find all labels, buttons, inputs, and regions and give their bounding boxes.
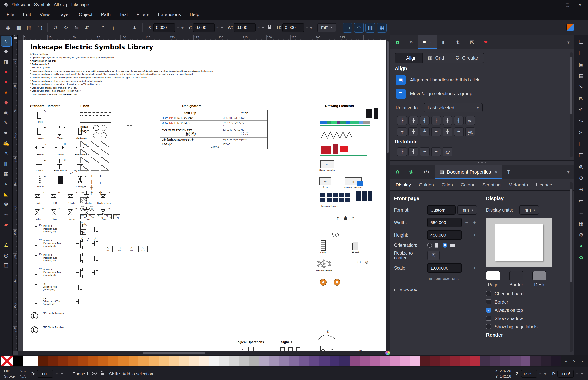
height-plus-button[interactable]: + [471, 232, 477, 238]
symbol-cell[interactable]: R₁Resistor [30, 142, 51, 155]
palette-swatch[interactable] [249, 357, 259, 365]
selection-box-icon[interactable]: ▢ [35, 22, 45, 32]
palette-swatch[interactable] [380, 357, 390, 365]
palette-swatch[interactable] [209, 357, 219, 365]
docprops-tab-colour[interactable]: Colour [457, 179, 478, 190]
menu-text[interactable]: Text [115, 12, 132, 17]
tab-text-font[interactable]: T [503, 165, 515, 179]
palette-swatch[interactable] [530, 357, 541, 365]
paste-icon[interactable]: ❑ [576, 151, 586, 160]
palette-swatch[interactable] [68, 357, 78, 365]
display-units-dropdown[interactable]: mm▾ [519, 205, 539, 215]
dropper-tool[interactable]: ◗ [1, 179, 11, 189]
palette-swatch[interactable] [490, 357, 500, 365]
distribute-button[interactable]: ay [443, 147, 452, 156]
calligraphy-tool[interactable]: ✍ [1, 138, 11, 148]
palette-swatch[interactable] [239, 357, 249, 365]
symbol-cell[interactable]: R₁Varistor [51, 126, 71, 139]
palette-swatch[interactable] [138, 357, 149, 365]
layers-icon[interactable]: ≣ [576, 207, 586, 217]
opacity-input[interactable]: 100 [37, 370, 53, 378]
rotation-minus-button[interactable]: − [575, 371, 579, 376]
align-button[interactable]: ┯ [431, 127, 441, 136]
palette-swatch[interactable] [440, 357, 450, 365]
palette-swatch[interactable] [500, 357, 510, 365]
palette-swatch[interactable] [390, 357, 400, 365]
opacity-minus-button[interactable]: − [55, 371, 59, 376]
palette-swatch[interactable] [98, 357, 108, 365]
ruler-corner-button[interactable] [386, 35, 390, 40]
swatches-icon[interactable]: ▦ [576, 219, 586, 228]
tab-trace-bitmap[interactable]: ✎ [405, 35, 418, 49]
shape-builder-tool[interactable]: ◨ [1, 57, 11, 67]
symbol-cell[interactable]: R₁Resistor [30, 126, 51, 139]
checkbox-border[interactable] [486, 299, 491, 304]
align-tab-grid[interactable]: ▦Grid [422, 53, 450, 63]
palette-swatch[interactable] [169, 357, 179, 365]
width-plus-button[interactable]: + [471, 220, 477, 225]
rectangle-tool[interactable]: ■ [1, 67, 11, 77]
page-color-button[interactable] [486, 271, 500, 281]
palette-swatch[interactable] [430, 357, 440, 365]
height-minus-button[interactable]: − [464, 232, 470, 238]
tab-fill-stroke[interactable]: ◧ [437, 35, 451, 49]
docprops-tab-grids[interactable]: Grids [438, 179, 457, 190]
menu-object[interactable]: Object [75, 12, 97, 17]
tab-layers-dialog[interactable]: ✿ [391, 165, 404, 179]
palette-swatch[interactable] [23, 357, 38, 365]
align-button[interactable]: ┻ [420, 127, 430, 136]
lower-icon[interactable]: ↓ [119, 22, 129, 32]
palette-swatch[interactable] [129, 357, 138, 365]
tab-xml-editor[interactable]: </> [418, 165, 434, 179]
symbol-cell[interactable] [75, 296, 83, 306]
desk-color-button[interactable] [532, 271, 547, 281]
connector-tool[interactable]: ⌐ [1, 230, 11, 240]
palette-swatch[interactable] [480, 357, 490, 365]
zoom-plus-button[interactable]: + [544, 371, 548, 376]
palette-swatch[interactable] [420, 357, 430, 365]
pages-tool[interactable]: ❏ [1, 261, 11, 270]
symbol-cell[interactable]: D₁Z-Diode [63, 191, 79, 204]
select-all-icon[interactable]: ▦ [3, 22, 13, 32]
dock-menu-chevron-icon[interactable]: ▾ [564, 165, 573, 179]
align-button[interactable]: ┫ [420, 116, 430, 125]
import-icon[interactable]: ⇲ [576, 82, 586, 92]
symbol-cell[interactable] [76, 253, 100, 263]
align-button[interactable]: ╈ [409, 127, 418, 136]
align-toggle-button[interactable]: ▣ [395, 75, 406, 85]
palette-swatch[interactable] [310, 357, 319, 365]
transform-gradient-icon[interactable]: ▥ [366, 22, 375, 32]
redo-icon[interactable]: ↷ [576, 116, 586, 126]
palette-swatch[interactable] [350, 357, 360, 365]
checkbox-show-big-page-labels[interactable] [486, 324, 491, 329]
tab-export[interactable]: ⇱ [465, 35, 479, 49]
palette-swatch[interactable] [460, 357, 470, 365]
resize-to-content-button[interactable]: ⇱ [427, 251, 440, 260]
symbol-cell[interactable]: T₁ [30, 296, 41, 306]
menu-path[interactable]: Path [97, 12, 115, 17]
symbol-cell[interactable]: V₁Thyristor [63, 207, 79, 220]
transform-stroke-icon[interactable]: ▭ [343, 22, 353, 32]
palette-swatch[interactable] [521, 357, 530, 365]
palette-swatch[interactable] [470, 357, 480, 365]
symbol-cell[interactable]: T₁ [30, 310, 41, 321]
close-icon[interactable]: × [495, 170, 497, 174]
align-button[interactable]: ┠ [431, 116, 441, 125]
align-tab-align[interactable]: ≡Align [395, 53, 422, 63]
symbol-cell[interactable]: M₁ [30, 267, 42, 277]
align-button[interactable]: ╂ [443, 116, 452, 125]
panel-scrollbar[interactable] [569, 182, 573, 352]
coord-w-input[interactable]: 0.000 [234, 23, 256, 32]
viewbox-expander[interactable]: ▸ Viewbox [394, 287, 481, 292]
distribute-button[interactable]: ┷ [431, 147, 441, 156]
select-all-layers-icon[interactable]: ▩ [14, 22, 23, 32]
symbol-cell[interactable]: D₁Diode [30, 191, 47, 204]
palette-swatch[interactable] [179, 357, 189, 365]
node-tool[interactable]: ❖ [1, 47, 11, 57]
palette-swatch[interactable] [400, 357, 410, 365]
flip-vertical-icon[interactable]: ⇵ [82, 22, 92, 32]
checkbox-always-on-top[interactable]: ✓ [486, 307, 491, 313]
eraser-tool[interactable]: ▰ [1, 220, 11, 229]
zoom-out-icon[interactable]: ⊖ [576, 185, 586, 194]
border-color-button[interactable] [509, 271, 523, 281]
